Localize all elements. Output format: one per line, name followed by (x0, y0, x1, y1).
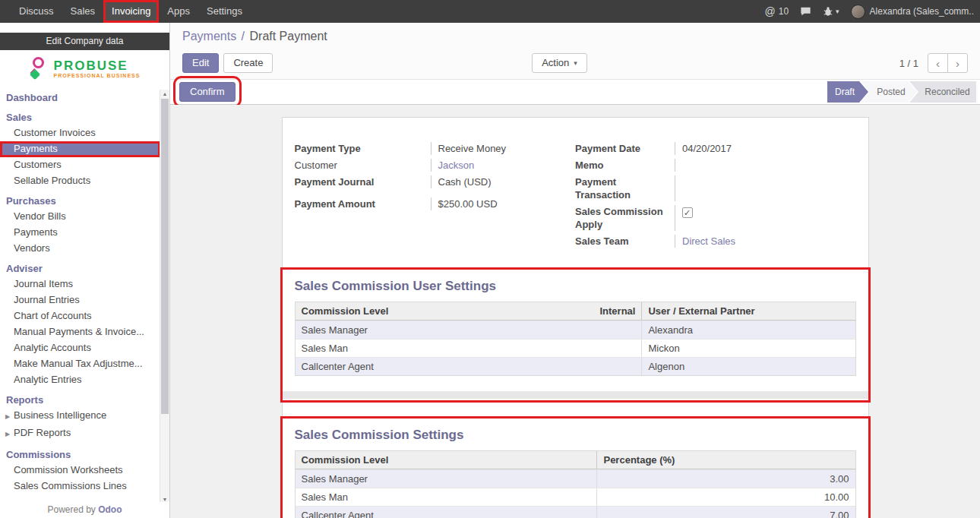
table-row[interactable]: Sales Manager3.00 (296, 469, 855, 488)
powered-by: Powered by Odoo (0, 502, 169, 518)
column-header-commission-level[interactable]: Commission LevelInternal (296, 302, 643, 320)
sidebar-item-customers[interactable]: Customers (0, 157, 160, 173)
table-row[interactable]: Callcenter AgentAlgenon (296, 357, 855, 375)
topbar-menu-invoicing[interactable]: Invoicing (103, 0, 159, 23)
sidebar-item-vendor-bills[interactable]: Vendor Bills (0, 209, 160, 225)
sidebar-item-sellable-products[interactable]: Sellable Products (0, 173, 160, 189)
topbar: DiscussSalesInvoicingAppsSettings @ 10 ▾… (0, 0, 980, 23)
payment-form: Payment TypeReceive MoneyCustomerJackson… (283, 118, 868, 251)
expand-caret-icon: ▶ (5, 428, 14, 441)
menu-item-label: Vendor Bills (14, 210, 66, 222)
table-row[interactable]: Callcenter Agent7.00 (296, 506, 855, 518)
company-logo[interactable]: PROBUSE PROFESSIONAL BUSINESS (0, 50, 169, 87)
messages-button[interactable] (800, 6, 811, 17)
sidebar-item-sales-commissions-lines[interactable]: Sales Commissions Lines (0, 479, 160, 494)
field-label-sales-team: Sales Team (575, 235, 675, 248)
table-row[interactable]: Sales ManagerAlexandra (296, 321, 855, 339)
sidebar-item-payments[interactable]: Payments (0, 141, 160, 157)
action-dropdown[interactable]: Action ▾ (532, 53, 587, 73)
field-payment-date: Payment Date04/20/2017 (575, 142, 856, 155)
control-buttons-row: Edit Create Action ▾ 1 / 1 ‹ › (182, 52, 968, 74)
sidebar-item-customer-invoices[interactable]: Customer Invoices (0, 125, 160, 141)
menu-item-label: Customer Invoices (14, 127, 96, 138)
sidebar-item-pdf-reports[interactable]: ▶PDF Reports (0, 425, 160, 443)
menu-item-label: Customers (14, 159, 62, 170)
topbar-menu-sales[interactable]: Sales (62, 0, 104, 23)
topbar-menu-settings[interactable]: Settings (198, 0, 251, 23)
cell-commission-level: Sales Man (296, 340, 643, 357)
sidebar-section-purchases[interactable]: Purchases (0, 192, 160, 209)
field-value-sales-team: Direct Sales (675, 235, 856, 248)
cell-commission-level: Callcenter Agent (296, 358, 643, 375)
table-row[interactable]: Sales Man10.00 (296, 488, 855, 506)
user-menu[interactable]: Alexandra (Sales_comm.. (851, 5, 974, 19)
edit-company-button[interactable]: Edit Company data (0, 33, 169, 50)
edit-button[interactable]: Edit (182, 53, 219, 73)
status-draft[interactable]: Draft (827, 81, 868, 103)
debug-menu-button[interactable]: ▾ (823, 6, 839, 17)
sidebar-item-journal-entries[interactable]: Journal Entries (0, 292, 160, 308)
form-group-right: Payment Date04/20/2017MemoPayment Transa… (575, 142, 856, 251)
menu-item-label: Vendors (14, 242, 50, 254)
pager-previous-button[interactable]: ‹ (928, 53, 948, 73)
sidebar-section-sales[interactable]: Sales (0, 109, 160, 125)
scroll-thumb[interactable] (161, 99, 169, 414)
sidebar-item-journal-items[interactable]: Journal Items (0, 276, 160, 292)
field-label-sales-commission-apply: Sales Commission Apply (575, 205, 675, 231)
scroll-up-icon[interactable]: ▲ (160, 90, 169, 99)
mention-counter[interactable]: @ 10 (765, 5, 789, 17)
field-memo: Memo (575, 159, 856, 172)
sales-commission-apply-checkbox[interactable] (682, 207, 693, 218)
sidebar-item-commission-worksheets[interactable]: Commission Worksheets (0, 463, 160, 479)
column-header-commission-level[interactable]: Commission Level (296, 451, 598, 469)
sidebar-item-make-manual-tax-adjustme[interactable]: Make Manual Tax Adjustme... (0, 356, 160, 372)
field-label-payment-date: Payment Date (575, 142, 675, 155)
field-label-payment-transaction: Payment Transaction (575, 175, 675, 201)
column-header-user-external-partner[interactable]: User / External Partner (642, 302, 855, 320)
status-posted[interactable]: Posted (861, 81, 917, 103)
sidebar-item-business-intelligence[interactable]: ▶Business Intelligence (0, 408, 160, 425)
field-label-memo: Memo (575, 159, 675, 172)
section-title-sales-commission-settings: Sales Commission Settings (295, 428, 856, 443)
sidebar-item-vendors[interactable]: Vendors (0, 241, 160, 257)
status-reconciled[interactable]: Reconciled (909, 81, 976, 103)
cell-value: 10.00 (597, 488, 855, 506)
sidebar-section-commissions[interactable]: Commissions (0, 446, 160, 463)
cell-value: 7.00 (597, 507, 855, 518)
user-name: Alexandra (Sales_comm.. (870, 6, 974, 17)
sidebar-section-adviser[interactable]: Adviser (0, 260, 160, 276)
field-label-payment-amount: Payment Amount (295, 197, 432, 210)
field-payment-type: Payment TypeReceive Money (295, 142, 576, 155)
field-value-payment-date: 04/20/2017 (675, 142, 856, 155)
sidebar-item-payments[interactable]: Payments (0, 225, 160, 241)
menu-item-label: Chart of Accounts (14, 310, 92, 321)
sidebar-section-dashboard[interactable]: Dashboard (0, 89, 160, 106)
sidebar-scrollbar[interactable]: ▲ ▼ (160, 90, 169, 504)
topbar-right: @ 10 ▾ Alexandra (Sales_comm.. (765, 0, 980, 23)
menu-item-label: Journal Items (14, 278, 73, 289)
sidebar-item-analytic-accounts[interactable]: Analytic Accounts (0, 340, 160, 356)
column-header-percentage[interactable]: Percentage (%) (597, 451, 855, 469)
topbar-menu-apps[interactable]: Apps (159, 0, 198, 23)
customer-link[interactable]: Jackson (438, 160, 475, 171)
menu-item-label: Manual Payments & Invoice... (14, 326, 144, 337)
action-wrap: Action ▾ (532, 53, 587, 73)
pager-next-button[interactable]: › (947, 53, 968, 73)
sidebar-item-chart-of-accounts[interactable]: Chart of Accounts (0, 308, 160, 324)
confirm-button[interactable]: Confirm (179, 82, 236, 102)
odoo-link[interactable]: Odoo (98, 504, 122, 515)
cell-commission-level: Callcenter Agent (296, 507, 598, 518)
sidebar-item-analytic-entries[interactable]: Analytic Entries (0, 372, 160, 388)
table-row[interactable]: Sales ManMickon (296, 339, 855, 357)
sales-team-link[interactable]: Direct Sales (682, 235, 735, 247)
topbar-menu-discuss[interactable]: Discuss (11, 0, 62, 23)
cell-commission-level: Sales Man (296, 488, 598, 506)
create-button[interactable]: Create (223, 53, 273, 73)
field-value-payment-transaction (675, 175, 856, 201)
form-group-left: Payment TypeReceive MoneyCustomerJackson… (295, 142, 576, 251)
sidebar-section-reports[interactable]: Reports (0, 391, 160, 408)
probuse-logo-icon (30, 57, 49, 80)
sidebar-item-manual-payments-invoice[interactable]: Manual Payments & Invoice... (0, 324, 160, 340)
logo-tagline: PROFESSIONAL BUSINESS (54, 73, 141, 78)
breadcrumb-payments[interactable]: Payments (182, 30, 236, 43)
